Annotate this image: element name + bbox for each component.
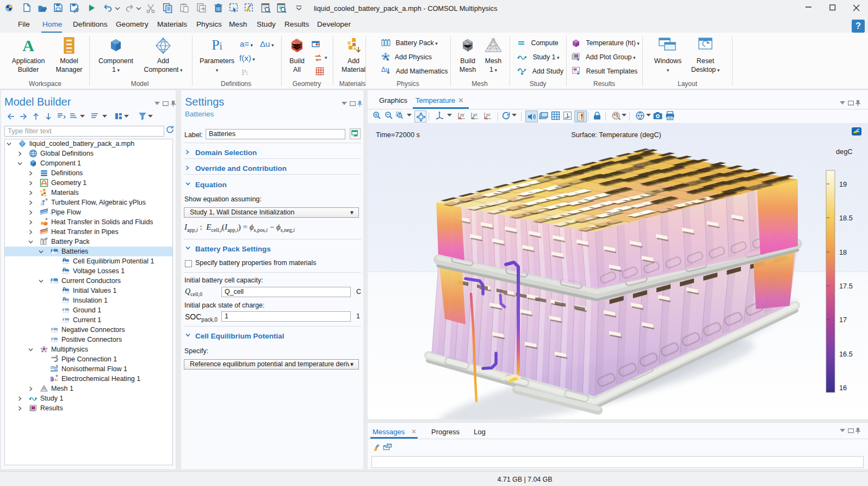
svg-text:degC: degC (836, 147, 853, 156)
svg-text:yz: yz (473, 112, 478, 117)
svg-text:D: D (63, 287, 66, 291)
svg-text:18: 18 (839, 248, 847, 256)
svg-text:16.5: 16.5 (839, 350, 853, 358)
svg-text:Surface: Temperature (degC): Surface: Temperature (degC) (571, 131, 661, 139)
svg-text:17: 17 (839, 316, 847, 324)
svg-text:xy: xy (460, 112, 464, 117)
svg-text:16: 16 (839, 384, 847, 392)
svg-text:17.5: 17.5 (839, 282, 853, 290)
svg-text:18.5: 18.5 (839, 214, 853, 222)
svg-text:D: D (63, 297, 66, 300)
svg-text:Time=72000 s: Time=72000 s (376, 131, 420, 139)
svg-text:D: D (63, 257, 66, 261)
svg-text:D: D (63, 267, 66, 271)
svg-text:19: 19 (839, 180, 847, 188)
svg-text:xz: xz (486, 112, 491, 117)
